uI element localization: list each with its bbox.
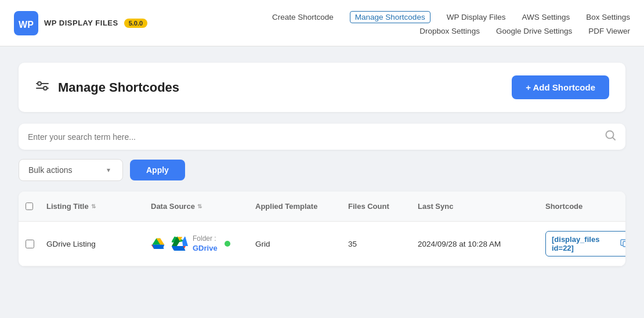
nav-pdf-viewer[interactable]: PDF Viewer: [588, 27, 630, 35]
th-listing-title: Listing Title ⇅: [39, 197, 144, 215]
nav-create-shortcode[interactable]: Create Shortcode: [272, 13, 334, 21]
nav-row-2: Dropbox Settings Google Drive Settings P…: [419, 27, 630, 35]
logo-text: WP DISPLAY FILES: [44, 19, 118, 27]
th-data-source: Data Source ⇅: [144, 197, 248, 215]
svg-point-3: [38, 82, 41, 85]
page-title: Manage Shortcodes: [58, 80, 179, 95]
add-shortcode-button[interactable]: + Add Shortcode: [512, 75, 609, 99]
logo-area: WP WP DISPLAY FILES 5.0.0: [14, 11, 147, 35]
td-listing-title: GDrive Listing: [39, 230, 144, 258]
table-header: Listing Title ⇅ Data Source ⇅ Applied Te…: [19, 191, 625, 222]
nav-row-1: Create Shortcode Manage Shortcodes WP Di…: [272, 11, 630, 23]
svg-text:WP: WP: [19, 19, 34, 29]
th-checkbox: [19, 197, 39, 215]
row-checkbox-cell: [19, 230, 39, 258]
table-row: GDrive Listing: [19, 222, 625, 266]
bulk-actions-row: Bulk actions ▾ Apply: [19, 159, 625, 181]
th-last-sync: Last Sync: [411, 197, 538, 215]
search-input[interactable]: [28, 132, 605, 142]
td-applied-template: Grid: [248, 230, 341, 258]
th-applied-template: Applied Template: [248, 197, 341, 215]
wp-logo-icon: WP: [14, 11, 38, 35]
copy-shortcode-icon[interactable]: [620, 238, 625, 250]
gdrive-color-icon: [172, 236, 188, 252]
td-last-sync: 2024/09/28 at 10:28 AM: [411, 230, 538, 258]
td-shortcode: [display_files id=22]: [538, 222, 625, 266]
page-header-left: Manage Shortcodes: [35, 78, 179, 97]
sort-listing-title-icon[interactable]: ⇅: [91, 203, 96, 209]
select-all-checkbox[interactable]: [26, 202, 33, 211]
nav-links: Create Shortcode Manage Shortcodes WP Di…: [272, 11, 630, 35]
gdrive-info: Folder : GDrive: [193, 234, 218, 254]
search-icon: [605, 129, 616, 144]
nav-aws-settings[interactable]: AWS Settings: [522, 13, 570, 21]
page-header: Manage Shortcodes + Add Shortcode: [19, 63, 625, 112]
chevron-down-icon: ▾: [107, 166, 110, 174]
top-navigation: WP WP DISPLAY FILES 5.0.0 Create Shortco…: [0, 0, 644, 46]
nav-google-drive-settings[interactable]: Google Drive Settings: [496, 27, 572, 35]
main-content: Manage Shortcodes + Add Shortcode Bulk a…: [0, 46, 644, 283]
bulk-actions-label: Bulk actions: [28, 165, 72, 175]
nav-wp-display-files[interactable]: WP Display Files: [447, 13, 506, 21]
th-shortcode: Shortcode: [538, 197, 625, 215]
svg-line-7: [613, 138, 615, 140]
status-dot: [225, 241, 230, 247]
version-badge: 5.0.0: [124, 19, 147, 28]
nav-box-settings[interactable]: Box Settings: [586, 13, 630, 21]
search-bar: [19, 124, 625, 150]
nav-dropbox-settings[interactable]: Dropbox Settings: [419, 27, 480, 35]
apply-button[interactable]: Apply: [130, 160, 185, 180]
th-files-count: Files Count: [341, 197, 411, 215]
shortcode-value: [display_files id=22]: [545, 231, 625, 256]
td-files-count: 35: [341, 230, 411, 258]
row-checkbox[interactable]: [26, 240, 34, 248]
manage-shortcodes-icon: [35, 78, 50, 97]
sort-data-source-icon[interactable]: ⇅: [197, 203, 202, 209]
bulk-actions-dropdown[interactable]: Bulk actions ▾: [19, 159, 123, 181]
shortcodes-table: Listing Title ⇅ Data Source ⇅ Applied Te…: [19, 191, 625, 266]
td-data-source: Folder : GDrive: [144, 225, 248, 263]
nav-manage-shortcodes[interactable]: Manage Shortcodes: [350, 11, 430, 23]
svg-rect-9: [623, 241, 625, 247]
svg-point-5: [44, 86, 47, 90]
gdrive-cell: Folder : GDrive: [151, 234, 241, 254]
